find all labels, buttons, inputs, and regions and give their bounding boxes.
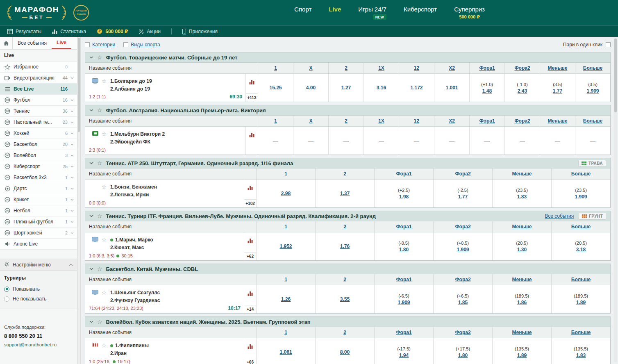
event-info-cell[interactable]: ☆1.Марич, Марко2.Кюнат, Макс1:0 (6:3, 3:…: [85, 232, 244, 260]
event-info-cell[interactable]: ☆1.Филиппины2.Иран1:0 (25:16,19:17): [85, 338, 244, 364]
odds-link[interactable]: 1.061: [279, 349, 292, 355]
odds-link[interactable]: 3.16: [377, 85, 386, 91]
odds-link[interactable]: 1.94: [399, 353, 409, 358]
filter-label[interactable]: Виды спорта: [131, 42, 160, 48]
column-header-link[interactable]: Фора2: [455, 171, 470, 177]
odds-link[interactable]: 2.43: [518, 88, 527, 94]
tab-live[interactable]: Live: [52, 37, 71, 49]
sidebar-item-video[interactable]: Видеотрансляция44: [0, 73, 77, 84]
sidebar-item-tennis[interactable]: Теннис36: [0, 106, 77, 117]
nav-item-sport[interactable]: Спорт: [294, 6, 311, 13]
column-header-link[interactable]: Фора1: [396, 171, 411, 177]
odds-link[interactable]: 1.80: [458, 353, 468, 358]
statistics-icon[interactable]: [248, 291, 253, 296]
sidebar-item-hockey[interactable]: Хоккей6: [0, 128, 77, 139]
tab-all-events[interactable]: Все события: [13, 37, 52, 49]
column-header-link[interactable]: 2: [343, 330, 346, 335]
tournaments-option[interactable]: Не показывать: [4, 294, 73, 304]
odds-link[interactable]: 1.909: [457, 247, 469, 253]
odds-link[interactable]: 4.00: [306, 85, 316, 91]
column-header-link[interactable]: Больше: [583, 118, 602, 124]
favorite-event-icon[interactable]: ☆: [101, 131, 107, 137]
filter-sport-kinds[interactable]: Виды спорта: [123, 42, 160, 48]
collapse-icon[interactable]: [89, 56, 93, 59]
collapse-icon[interactable]: [89, 215, 93, 217]
sidebar-item-all-live[interactable]: Все Live116: [0, 84, 77, 95]
odds-link[interactable]: 1.77: [458, 194, 468, 200]
column-header-link[interactable]: 1X: [378, 65, 384, 71]
column-header-link[interactable]: Меньше: [548, 118, 568, 124]
column-header-link[interactable]: X2: [449, 65, 455, 71]
collapse-icon[interactable]: [89, 162, 93, 164]
sidebar-item-esports[interactable]: Киберспорт25: [0, 161, 77, 172]
radio-button[interactable]: [4, 287, 9, 292]
more-markets-link[interactable]: +66: [244, 358, 256, 364]
all-events-link[interactable]: Все события: [545, 213, 574, 219]
column-header-link[interactable]: 1: [284, 171, 287, 177]
broadcast-icon[interactable]: [92, 290, 98, 295]
more-markets-link[interactable]: +113: [246, 93, 258, 102]
odds-link[interactable]: 3.55: [340, 296, 350, 302]
favorite-group-icon[interactable]: ☆: [97, 266, 102, 272]
nav-item-superprize[interactable]: Суперприз500 000 ₽: [454, 6, 485, 20]
more-markets-link[interactable]: +102: [244, 199, 256, 207]
subnav-results[interactable]: Результаты: [7, 29, 41, 34]
statistics-icon[interactable]: [248, 185, 253, 190]
column-header-link[interactable]: 2: [345, 65, 348, 71]
odds-link[interactable]: 1.98: [399, 194, 409, 200]
favorite-event-icon[interactable]: ☆: [101, 290, 107, 296]
column-header-link[interactable]: 12: [414, 118, 419, 124]
column-header-link[interactable]: Фора2: [514, 118, 530, 124]
collapse-icon[interactable]: [89, 268, 93, 270]
more-markets-link[interactable]: +62: [244, 252, 256, 260]
odds-link[interactable]: 1.909: [398, 300, 410, 305]
favorite-group-icon[interactable]: ☆: [97, 213, 102, 219]
logo[interactable]: МАРАФОН БЕТ: [7, 5, 67, 20]
subnav-promotions[interactable]: Акции: [139, 29, 161, 34]
column-header-link[interactable]: 1: [284, 277, 287, 282]
categories-checkbox[interactable]: [85, 42, 90, 47]
column-header-link[interactable]: 2: [345, 118, 348, 124]
favorite-group-icon[interactable]: ☆: [97, 160, 102, 166]
nav-item-live[interactable]: Live: [329, 6, 341, 13]
column-header-link[interactable]: 1: [274, 65, 277, 71]
court-surface-badge[interactable]: ГРУНТ: [579, 213, 606, 220]
broadcast-icon[interactable]: [92, 237, 98, 242]
favorite-event-icon[interactable]: ☆: [101, 184, 107, 190]
filter-categories[interactable]: Категории: [85, 42, 115, 48]
column-header-link[interactable]: Фора1: [479, 65, 495, 71]
event-info-cell[interactable]: ☆1.Мельбурн Виктори 22.Эйвондейл ФК2:3 (…: [85, 127, 245, 155]
column-header-link[interactable]: Меньше: [512, 277, 532, 282]
subnav-jackpot[interactable]: ₽500 000 ₽: [97, 29, 128, 34]
odds-link[interactable]: 1.48: [482, 88, 492, 94]
column-header-link[interactable]: 1: [284, 330, 287, 335]
odds-link[interactable]: 2.98: [281, 191, 291, 196]
column-header-link[interactable]: 2: [343, 224, 346, 230]
collapse-icon[interactable]: [89, 109, 93, 111]
main-scrollbar-thumb[interactable]: [614, 39, 617, 112]
column-header-link[interactable]: Фора1: [396, 277, 411, 282]
odds-link[interactable]: 1.85: [458, 300, 468, 305]
statistics-icon[interactable]: [249, 80, 254, 84]
nav-item-games[interactable]: Игры 24/7NEW: [358, 6, 386, 20]
column-header-link[interactable]: Фора1: [479, 118, 495, 124]
odds-link[interactable]: 1.86: [517, 300, 527, 305]
odds-link[interactable]: 15.25: [269, 85, 282, 91]
statistics-icon[interactable]: [248, 344, 253, 349]
sidebar-item-football[interactable]: Футбол16: [0, 95, 77, 106]
statistics-icon[interactable]: [248, 238, 253, 243]
event-info-cell[interactable]: ☆1.Шеньянг Сеагуллс2.Фучжоу Гуардинас71:…: [85, 285, 244, 313]
sidebar-item-basketball[interactable]: Баскетбол20: [0, 139, 77, 150]
radio-button[interactable]: [4, 296, 9, 302]
more-markets-link[interactable]: +14: [244, 305, 256, 313]
sidebar-scrollbar[interactable]: [77, 37, 81, 364]
favorite-group-icon[interactable]: ☆: [97, 319, 102, 325]
column-header-link[interactable]: Меньше: [548, 65, 568, 71]
column-header-link[interactable]: Больше: [583, 65, 602, 71]
sport-kinds-checkbox[interactable]: [123, 42, 128, 47]
column-header-link[interactable]: X: [309, 65, 312, 71]
odds-link[interactable]: 1.76: [340, 243, 350, 249]
odds-link[interactable]: 1.909: [586, 88, 599, 94]
event-info-cell[interactable]: ☆1.Болгария до 192.Албания до 191:2 (1:1…: [85, 74, 245, 102]
odds-link[interactable]: 1.952: [279, 243, 292, 249]
